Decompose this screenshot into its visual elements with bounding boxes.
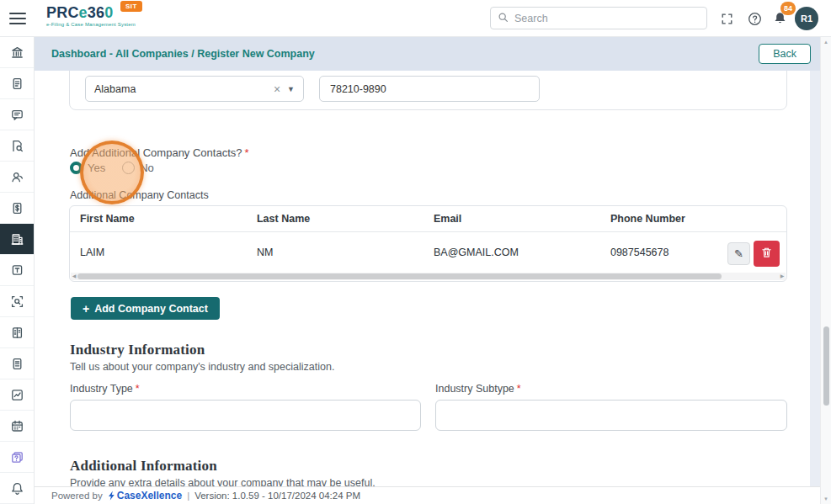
scroll-right-icon[interactable]: ▶ [779, 273, 786, 280]
document-icon [10, 77, 24, 91]
additional-section-heading: Additional Information [70, 458, 217, 475]
sidebar-item-help-pages[interactable] [0, 442, 34, 473]
search-icon [498, 11, 509, 26]
address-card: Alabama × ▼ [69, 71, 787, 110]
industry-subtype-label: Industry Subtype* [435, 383, 521, 395]
sidebar-item-ledger[interactable] [0, 317, 34, 348]
sidebar-item-file-search[interactable] [0, 130, 34, 162]
breadcrumb-bar: Dashboard - All Companies / Register New… [35, 37, 820, 71]
sidebar-item-document[interactable] [0, 68, 34, 99]
contacts-table: First NameLast NameEmailPhone NumberComp… [69, 205, 787, 282]
industry-subtype-field[interactable] [435, 400, 787, 431]
sidebar-item-building[interactable] [0, 224, 34, 255]
ledger-icon [10, 326, 24, 340]
global-search [490, 7, 707, 29]
radio-yes[interactable]: Yes [70, 162, 105, 174]
footer-separator: | [187, 491, 189, 501]
radio-yes-circle[interactable] [70, 162, 83, 174]
sidebar [0, 37, 35, 504]
page-scrollbar-thumb[interactable] [823, 326, 829, 406]
state-select[interactable]: Alabama × ▼ [85, 76, 304, 102]
column-header: Last Name [247, 206, 423, 232]
form-content: Alabama × ▼ Add Additional Company Conta… [35, 71, 820, 486]
plus-icon: + [83, 302, 89, 316]
hamburger-menu-icon[interactable] [9, 11, 26, 26]
radio-no[interactable]: No [122, 162, 154, 174]
page-vertical-scrollbar[interactable]: ▲ ▼ [820, 37, 831, 504]
sidebar-item-chat[interactable] [0, 99, 34, 130]
industry-section-subtitle: Tell us about your company's industry an… [70, 361, 334, 373]
help-icon[interactable] [746, 10, 763, 27]
row-actions: ✎ [727, 241, 780, 267]
contacts-question-radios: Yes No [70, 162, 154, 174]
clear-icon[interactable]: × [267, 82, 287, 96]
contacts-table-header-row: First NameLast NameEmailPhone NumberComp… [70, 206, 787, 232]
users-icon [10, 170, 24, 184]
environment-badge: SIT [120, 1, 142, 12]
file-search-icon [10, 139, 24, 153]
delete-contact-button[interactable] [754, 241, 780, 267]
radio-no-circle[interactable] [122, 162, 135, 174]
column-header: Company Contact Type [777, 206, 787, 232]
chat-icon [10, 108, 24, 122]
scroll-up-icon[interactable]: ▲ [821, 40, 831, 45]
bolt-icon [108, 491, 115, 501]
version-text: Version: 1.0.59 - 10/17/2024 04:24 PM [194, 491, 360, 501]
scan-search-icon [10, 294, 24, 309]
notification-count-badge: 84 [780, 2, 796, 15]
sidebar-item-bank[interactable] [0, 37, 34, 68]
top-navbar: PRCe360 e-Filing & Case Management Syste… [0, 0, 831, 37]
search-input[interactable] [514, 13, 700, 24]
table-cell: LAIM [70, 232, 247, 273]
scrollbar-thumb[interactable] [77, 273, 722, 279]
chart-icon [10, 388, 24, 402]
sidebar-item-calendar[interactable] [0, 411, 34, 442]
main-area: Dashboard - All Companies / Register New… [35, 37, 820, 504]
sidebar-item-chart[interactable] [0, 379, 34, 411]
brand-link[interactable]: CaseXellence [108, 490, 182, 501]
powered-by-label: Powered by [51, 491, 103, 501]
column-header: Email [423, 206, 600, 232]
invoice-icon [10, 201, 24, 215]
table-cell: BA@GMAIL.COM [423, 232, 600, 273]
contacts-question-label: Add Additional Company Contacts?* [70, 146, 249, 159]
app-logo[interactable]: PRCe360 e-Filing & Case Management Syste… [46, 4, 136, 27]
sidebar-item-users[interactable] [0, 162, 34, 193]
bank-icon [10, 45, 24, 60]
column-header: First Name [70, 206, 247, 232]
sidebar-item-report[interactable] [0, 348, 34, 379]
help-pages-icon [10, 450, 24, 464]
building-icon [10, 232, 24, 247]
scroll-left-icon[interactable]: ◀ [71, 273, 77, 280]
sidebar-item-bell[interactable] [0, 473, 34, 504]
state-select-value: Alabama [94, 83, 136, 95]
add-company-contact-button[interactable]: +Add Company Contact [71, 297, 220, 320]
zip-code-field[interactable] [319, 76, 540, 102]
logo-tagline: e-Filing & Case Management System [46, 22, 136, 27]
sidebar-item-scan-search[interactable] [0, 286, 34, 317]
edit-contact-button[interactable]: ✎ [727, 242, 750, 265]
back-button[interactable]: Back [759, 44, 811, 64]
additional-section-subtitle: Provide any extra details about your com… [70, 477, 376, 486]
industry-section-heading: Industry Information [70, 342, 205, 358]
table-row: LAIMNMBA@GMAIL.COM0987545678 [70, 232, 787, 273]
contacts-table-body: LAIMNMBA@GMAIL.COM0987545678 [70, 232, 787, 273]
sidebar-item-invoice[interactable] [0, 193, 34, 224]
table-horizontal-scrollbar[interactable]: ◀ ▶ [71, 273, 786, 280]
fullscreen-icon[interactable] [718, 10, 735, 27]
industry-type-field[interactable] [70, 400, 421, 431]
footer: Powered by CaseXellence | Version: 1.0.5… [35, 486, 820, 504]
scroll-down-icon[interactable]: ▼ [821, 496, 831, 501]
trash-icon [761, 247, 772, 261]
sidebar-item-template[interactable] [0, 255, 34, 286]
pencil-icon: ✎ [734, 247, 743, 260]
column-header: Phone Number [600, 206, 777, 232]
industry-type-label: Industry Type* [70, 383, 140, 395]
template-icon [10, 263, 24, 278]
user-avatar[interactable]: R1 [795, 7, 818, 30]
chevron-down-icon[interactable]: ▼ [287, 85, 295, 93]
bell-icon [10, 481, 24, 496]
report-icon [10, 357, 24, 371]
breadcrumb[interactable]: Dashboard - All Companies / Register New… [51, 48, 315, 60]
table-cell: NM [247, 232, 423, 273]
